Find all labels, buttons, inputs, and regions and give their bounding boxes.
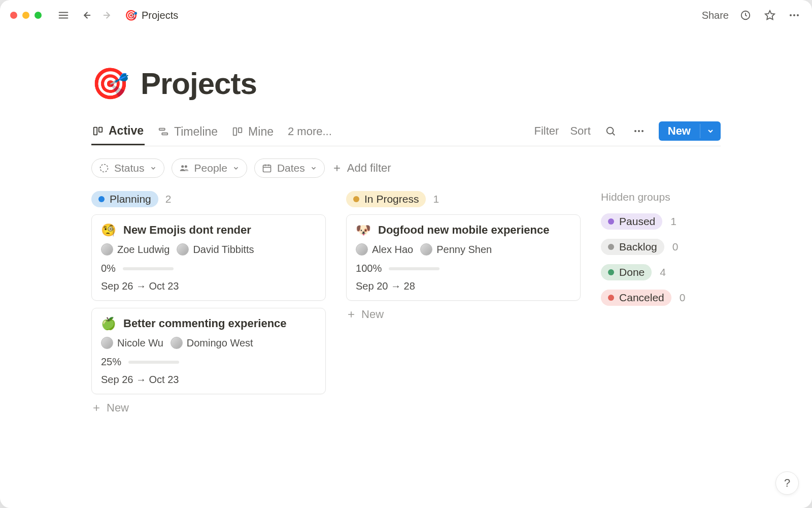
- card-people: Alex Hao Penny Shen: [356, 243, 571, 256]
- person-name: Alex Hao: [372, 244, 413, 256]
- help-label: ?: [784, 477, 790, 490]
- new-label: New: [361, 308, 384, 321]
- help-button[interactable]: ?: [775, 471, 799, 495]
- card-progress: 100%: [356, 263, 571, 274]
- column-count: 2: [165, 193, 172, 205]
- chip-label: People: [194, 162, 227, 174]
- column-new-button[interactable]: New: [346, 308, 581, 321]
- window-maximize-button[interactable]: [35, 12, 42, 19]
- svg-point-19: [638, 130, 640, 132]
- search-icon[interactable]: [602, 122, 619, 140]
- svg-point-21: [100, 165, 108, 172]
- avatar: [356, 243, 368, 256]
- breadcrumb[interactable]: 🎯 Projects: [122, 7, 181, 23]
- card-person: Zoe Ludwig: [101, 243, 170, 256]
- chevron-down-icon: [232, 165, 240, 172]
- view-tab-active[interactable]: Active: [91, 122, 145, 145]
- progress-bar: [123, 267, 174, 270]
- card-person: David Tibbitts: [177, 243, 254, 256]
- view-tab-mine[interactable]: Mine: [231, 123, 275, 145]
- view-options-icon[interactable]: [630, 122, 648, 140]
- status-label: Canceled: [619, 292, 664, 304]
- hidden-group-backlog[interactable]: Backlog 0: [601, 239, 721, 255]
- svg-rect-14: [233, 128, 236, 136]
- topbar-right: Share: [702, 8, 802, 23]
- column-header[interactable]: In Progress 1: [346, 191, 581, 207]
- status-dot: [608, 244, 614, 250]
- card-emoji: 🐶: [356, 223, 371, 237]
- progress-bar: [389, 267, 439, 270]
- updates-icon[interactable]: [738, 8, 753, 23]
- new-button[interactable]: New: [659, 121, 721, 141]
- filter-chip-status[interactable]: Status: [91, 158, 164, 178]
- card-emoji: 🧐: [101, 223, 116, 237]
- filter-chip-people[interactable]: People: [172, 158, 247, 178]
- chip-label: Dates: [277, 162, 305, 174]
- view-tab-label: Timeline: [174, 125, 218, 139]
- board-card[interactable]: 🐶 Dogfood new mobile experience Alex Hao…: [346, 214, 581, 301]
- avatar: [171, 337, 183, 349]
- nav-back-button[interactable]: [77, 7, 94, 24]
- page-title[interactable]: Projects: [141, 66, 257, 101]
- filter-button[interactable]: Filter: [534, 124, 559, 138]
- hidden-group-done[interactable]: Done 4: [601, 264, 721, 280]
- new-label: New: [107, 401, 129, 415]
- view-tabs: Active Timeline Mine 2 more...: [91, 122, 333, 145]
- card-title: Dogfood new mobile experience: [378, 224, 549, 237]
- hidden-group-paused[interactable]: Paused 1: [601, 213, 721, 230]
- svg-rect-24: [263, 165, 270, 172]
- filter-chip-dates[interactable]: Dates: [254, 158, 325, 178]
- card-people: Zoe Ludwig David Tibbitts: [101, 243, 316, 256]
- nav-forward-button[interactable]: [99, 7, 117, 24]
- board-card[interactable]: 🧐 New Emojis dont render Zoe Ludwig Davi…: [91, 214, 326, 301]
- person-name: Penny Shen: [436, 244, 492, 256]
- view-tab-timeline[interactable]: Timeline: [157, 123, 219, 145]
- window-controls: [10, 12, 42, 19]
- hidden-groups: Hidden groups Paused 1 Backlog 0 Done 4 …: [601, 191, 721, 315]
- new-button-dropdown[interactable]: [700, 124, 721, 138]
- status-label: Backlog: [619, 241, 657, 253]
- add-filter-label: Add filter: [347, 162, 391, 175]
- card-dates: Sep 26 → Oct 23: [101, 280, 316, 292]
- column-header[interactable]: Planning 2: [91, 191, 326, 207]
- svg-rect-15: [239, 128, 242, 133]
- topbar-left: 🎯 Projects: [10, 7, 181, 24]
- svg-point-16: [606, 128, 613, 134]
- page-emoji[interactable]: 🎯: [91, 69, 129, 99]
- hidden-group-canceled[interactable]: Canceled 0: [601, 290, 721, 306]
- status-pill-in-progress: In Progress: [346, 191, 426, 207]
- board-card[interactable]: 🍏 Better commenting experience Nicole Wu…: [91, 308, 326, 394]
- views-row: Active Timeline Mine 2 more...: [91, 121, 721, 146]
- status-pill-planning: Planning: [91, 191, 158, 207]
- window-close-button[interactable]: [10, 12, 17, 19]
- more-icon[interactable]: [787, 8, 802, 23]
- add-filter-button[interactable]: Add filter: [332, 162, 391, 175]
- svg-rect-13: [162, 133, 167, 135]
- card-dates: Sep 20 → 28: [356, 280, 571, 292]
- board-icon: [92, 125, 104, 137]
- avatar: [420, 243, 432, 256]
- progress-bar: [128, 361, 179, 364]
- view-tab-more[interactable]: 2 more...: [287, 123, 333, 144]
- plus-icon: [332, 163, 342, 173]
- window-minimize-button[interactable]: [22, 12, 29, 19]
- column-new-button[interactable]: New: [91, 401, 326, 415]
- svg-point-8: [793, 14, 795, 16]
- page-content: 🎯 Projects Active Timeline: [0, 66, 812, 415]
- favorite-icon[interactable]: [762, 8, 777, 23]
- menu-icon[interactable]: [55, 7, 72, 24]
- person-name: Nicole Wu: [117, 337, 163, 349]
- hidden-group-count: 4: [660, 266, 666, 278]
- breadcrumb-emoji: 🎯: [125, 9, 138, 21]
- status-pill-done: Done: [601, 264, 652, 280]
- plus-icon: [346, 309, 356, 320]
- svg-point-23: [184, 165, 187, 168]
- hidden-group-count: 0: [672, 241, 679, 253]
- progress-label: 100%: [356, 263, 382, 274]
- people-icon: [179, 163, 189, 173]
- svg-point-7: [790, 14, 792, 16]
- share-button[interactable]: Share: [702, 10, 729, 21]
- board-icon: [232, 126, 243, 137]
- status-dot: [608, 295, 614, 301]
- sort-button[interactable]: Sort: [570, 124, 590, 138]
